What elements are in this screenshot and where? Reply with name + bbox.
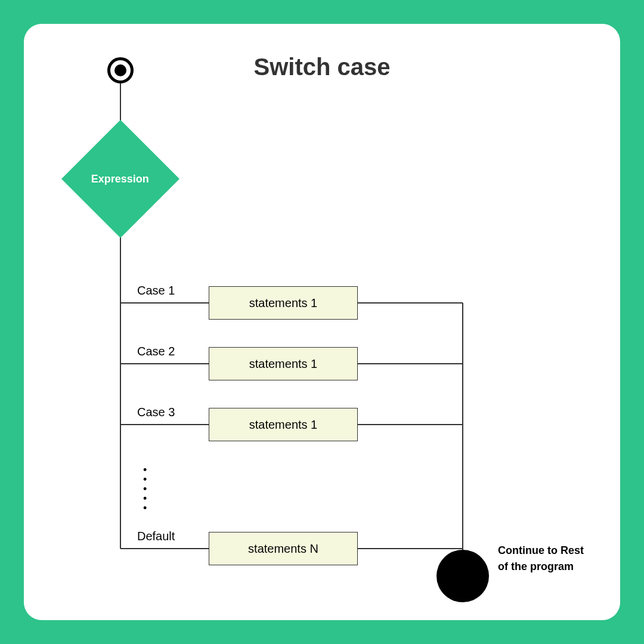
decision-label: Expression	[91, 172, 149, 185]
end-node-icon	[436, 550, 489, 602]
statement-text-2: statements 1	[249, 357, 318, 371]
statement-box-2: statements 1	[209, 347, 358, 380]
statement-text-3: statements 1	[249, 418, 318, 432]
case-label-2: Case 2	[137, 345, 175, 358]
end-label-line1: Continue to Rest	[498, 544, 584, 556]
case-label-3: Case 3	[137, 405, 175, 419]
statement-text-1: statements 1	[249, 296, 318, 310]
case-label-default: Default	[137, 530, 175, 543]
statement-box-1: statements 1	[209, 286, 358, 320]
statement-box-default: statements N	[209, 532, 358, 565]
end-label-line2: of the program	[498, 561, 574, 572]
connectors	[24, 24, 620, 620]
statement-text-default: statements N	[248, 542, 318, 556]
diagram-card: Switch case Expression Case 1	[24, 24, 620, 620]
case-label-1: Case 1	[137, 284, 175, 298]
ellipsis-icon: •••••	[143, 465, 147, 513]
statement-box-3: statements 1	[209, 408, 358, 441]
decision-diamond: Expression	[61, 120, 179, 238]
diagram-title: Switch case	[253, 54, 390, 80]
start-node-icon	[107, 57, 134, 83]
end-label: Continue to Rest of the program	[498, 543, 605, 575]
